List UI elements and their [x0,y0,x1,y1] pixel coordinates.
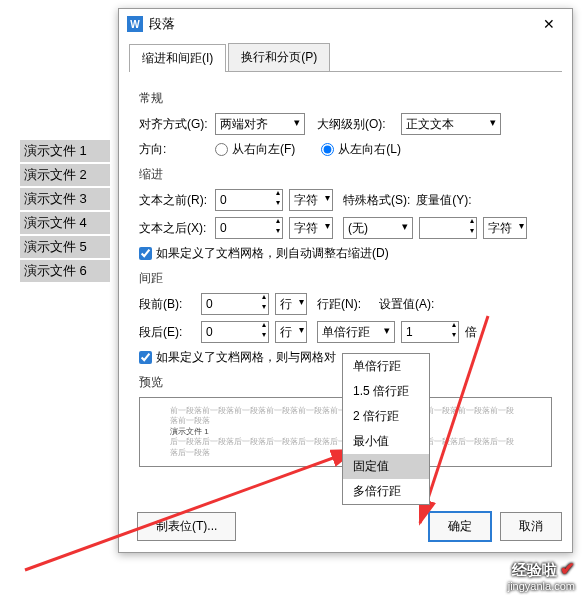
line-spacing-dropdown: 单倍行距 1.5 倍行距 2 倍行距 最小值 固定值 多倍行距 [342,353,430,505]
tab-bar: 缩进和间距(I) 换行和分页(P) [129,43,562,72]
indent-before-spinner[interactable] [215,189,283,211]
special-format-select[interactable]: (无) [343,217,413,239]
indent-before-unit[interactable]: 字符 [289,189,333,211]
list-item[interactable]: 演示文件 1 [20,140,110,162]
outline-label: 大纲级别(O): [317,116,395,133]
list-item[interactable]: 演示文件 3 [20,188,110,210]
section-indent: 缩进 [139,166,552,183]
align-label: 对齐方式(G): [139,116,209,133]
tabstops-button[interactable]: 制表位(T)... [137,512,236,541]
set-value-label: 设置值(A): [379,296,443,313]
dialog-title: 段落 [149,15,534,33]
list-item[interactable]: 演示文件 5 [20,236,110,258]
space-after-spinner[interactable] [201,321,269,343]
set-value-spinner[interactable] [401,321,459,343]
indent-after-unit[interactable]: 字符 [289,217,333,239]
titlebar: W 段落 ✕ [119,9,572,39]
space-after-label: 段后(E): [139,324,195,341]
outline-select[interactable]: 正文文本 [401,113,501,135]
list-item[interactable]: 演示文件 6 [20,260,110,282]
set-value-unit: 倍 [465,324,477,341]
app-icon: W [127,16,143,32]
line-spacing-select[interactable]: 单倍行距 [317,321,395,343]
line-spacing-label: 行距(N): [317,296,373,313]
dir-rtl-radio[interactable]: 从右向左(F) [215,141,295,158]
list-item[interactable]: 演示文件 2 [20,164,110,186]
align-select[interactable]: 两端对齐 [215,113,305,135]
section-spacing: 间距 [139,270,552,287]
file-list: 演示文件 1 演示文件 2 演示文件 3 演示文件 4 演示文件 5 演示文件 … [20,140,110,284]
watermark: 经验啦 ✔ jingyanla.com [508,560,575,592]
tab-line-page-breaks[interactable]: 换行和分页(P) [228,43,330,71]
tab-indent-spacing[interactable]: 缩进和间距(I) [129,44,226,72]
dropdown-option-fixed[interactable]: 固定值 [343,454,429,479]
spacing-grid-checkbox[interactable]: 如果定义了文档网格，则与网格对 [139,349,336,366]
ok-button[interactable]: 确定 [428,511,492,542]
space-before-label: 段前(B): [139,296,195,313]
dropdown-option[interactable]: 最小值 [343,429,429,454]
indent-before-label: 文本之前(R): [139,192,209,209]
direction-label: 方向: [139,141,209,158]
indent-after-spinner[interactable] [215,217,283,239]
metric-label: 度量值(Y): [416,192,476,209]
special-format-label: 特殊格式(S): [343,192,410,209]
dropdown-option[interactable]: 单倍行距 [343,354,429,379]
button-bar: 制表位(T)... 确定 取消 [129,511,562,542]
dir-ltr-radio[interactable]: 从左向右(L) [321,141,401,158]
dropdown-option[interactable]: 2 倍行距 [343,404,429,429]
list-item[interactable]: 演示文件 4 [20,212,110,234]
space-before-unit[interactable]: 行 [275,293,307,315]
metric-spinner[interactable] [419,217,477,239]
cancel-button[interactable]: 取消 [500,512,562,541]
metric-unit[interactable]: 字符 [483,217,527,239]
space-after-unit[interactable]: 行 [275,321,307,343]
space-before-spinner[interactable] [201,293,269,315]
indent-after-label: 文本之后(X): [139,220,209,237]
indent-grid-checkbox[interactable]: 如果定义了文档网格，则自动调整右缩进(D) [139,245,389,262]
dropdown-option[interactable]: 1.5 倍行距 [343,379,429,404]
dropdown-option[interactable]: 多倍行距 [343,479,429,504]
section-general: 常规 [139,90,552,107]
close-button[interactable]: ✕ [534,10,564,38]
